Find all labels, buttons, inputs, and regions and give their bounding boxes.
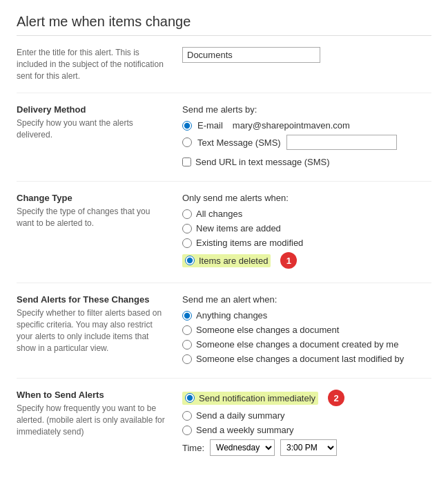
change-deleted-highlight: Items are deleted	[182, 254, 271, 267]
title-field-desc: Enter the title for this alert. This is …	[17, 47, 168, 82]
change-deleted-option[interactable]: Items are deleted 1	[182, 252, 431, 269]
send-daily-radio[interactable]	[182, 411, 192, 421]
page-title: Alert me when items change	[17, 14, 431, 36]
change-modified-radio[interactable]	[182, 238, 192, 248]
alert-created-me-radio[interactable]	[182, 340, 192, 350]
change-all-option[interactable]: All changes	[182, 209, 431, 219]
alert-last-modified-label: Someone else changes a document last mod…	[196, 354, 404, 364]
time-label: Time:	[182, 443, 204, 453]
change-type-desc: Specify the type of changes that you wan…	[17, 206, 168, 229]
send-immediately-label: Send notification immediately	[199, 393, 315, 403]
send-weekly-radio[interactable]	[182, 426, 192, 435]
change-modified-label: Existing items are modified	[196, 238, 303, 248]
change-all-label: All changes	[196, 209, 242, 219]
delivery-method-label: Delivery Method	[17, 104, 168, 115]
send-immediately-radio[interactable]	[185, 393, 195, 403]
alert-someone-else-label: Someone else changes a document	[196, 325, 339, 335]
alert-someone-else-radio[interactable]	[182, 325, 192, 335]
send-weekly-option[interactable]: Send a weekly summary	[182, 425, 431, 435]
when-to-send-label: When to Send Alerts	[17, 390, 168, 400]
alert-someone-else-option[interactable]: Someone else changes a document	[182, 325, 431, 335]
alert-last-modified-radio[interactable]	[182, 354, 192, 364]
send-immediately-highlight: Send notification immediately	[182, 392, 318, 405]
delivery-email-option[interactable]: E-mail mary@sharepointmaven.com	[182, 120, 431, 131]
delivery-method-desc: Specify how you want the alerts delivere…	[17, 117, 168, 141]
alert-title-input[interactable]	[182, 47, 320, 63]
badge-1: 1	[280, 252, 297, 269]
change-new-option[interactable]: New items are added	[182, 223, 431, 233]
change-new-label: New items are added	[196, 223, 281, 233]
alert-anything-label: Anything changes	[196, 310, 267, 321]
email-value: mary@sharepointmaven.com	[233, 120, 350, 131]
time-select[interactable]: 8:00 AM 9:00 AM 10:00 AM 11:00 AM 12:00 …	[280, 439, 337, 456]
alert-anything-radio[interactable]	[182, 311, 192, 321]
delivery-group-label: Send me alerts by:	[182, 104, 431, 115]
sms-url-label: Send URL in text message (SMS)	[195, 157, 330, 167]
alert-created-me-label: Someone else changes a document created …	[196, 339, 398, 350]
send-daily-label: Send a daily summary	[196, 410, 285, 421]
badge-2: 2	[328, 390, 344, 406]
sms-input-field[interactable]	[286, 135, 397, 150]
change-type-label: Change Type	[17, 193, 168, 203]
alert-anything-option[interactable]: Anything changes	[182, 310, 431, 321]
sms-url-checkbox[interactable]	[182, 157, 191, 166]
change-new-radio[interactable]	[182, 224, 192, 233]
delivery-sms-option[interactable]: Text Message (SMS)	[182, 135, 431, 150]
send-alerts-group-label: Send me an alert when:	[182, 294, 431, 305]
sms-label: Text Message (SMS)	[197, 137, 281, 148]
change-deleted-label: Items are deleted	[199, 256, 268, 266]
send-weekly-label: Send a weekly summary	[196, 425, 294, 435]
send-alerts-desc: Specify whether to filter alerts based o…	[17, 307, 168, 354]
send-alerts-label: Send Alerts for These Changes	[17, 294, 168, 305]
time-row: Time: Sunday Monday Tuesday Wednesday Th…	[182, 439, 431, 456]
sms-url-checkbox-row[interactable]: Send URL in text message (SMS)	[182, 157, 431, 167]
email-label: E-mail	[197, 120, 223, 131]
day-select[interactable]: Sunday Monday Tuesday Wednesday Thursday…	[210, 439, 275, 456]
change-type-group-label: Only send me alerts when:	[182, 193, 431, 203]
change-deleted-radio[interactable]	[185, 256, 195, 265]
send-immediately-option[interactable]: Send notification immediately 2	[182, 390, 431, 406]
change-modified-option[interactable]: Existing items are modified	[182, 238, 431, 248]
change-all-radio[interactable]	[182, 209, 192, 219]
alert-last-modified-option[interactable]: Someone else changes a document last mod…	[182, 354, 431, 364]
email-radio[interactable]	[182, 121, 192, 131]
send-daily-option[interactable]: Send a daily summary	[182, 410, 431, 421]
alert-created-by-me-option[interactable]: Someone else changes a document created …	[182, 339, 431, 350]
when-to-send-desc: Specify how frequently you want to be al…	[17, 403, 168, 437]
sms-radio[interactable]	[182, 137, 192, 147]
